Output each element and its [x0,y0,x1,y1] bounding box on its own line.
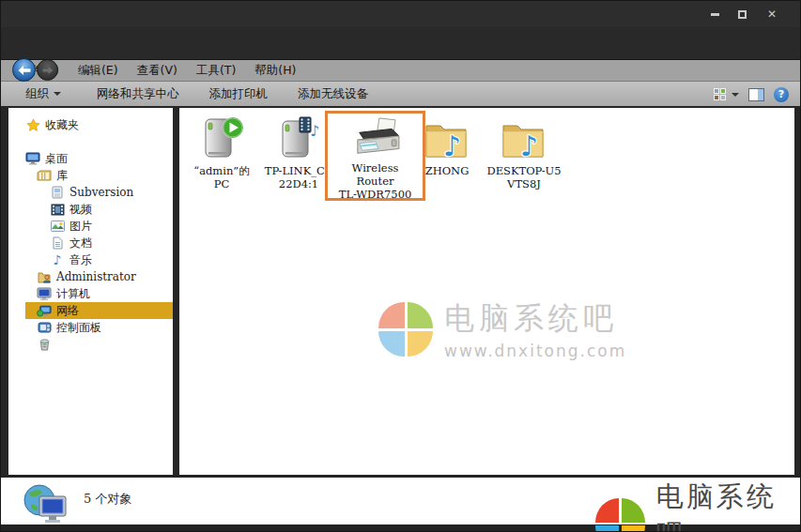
sidebar-item-favorites[interactable]: 收藏夹 [8,116,173,133]
views-icon [714,88,726,100]
chevron-down-icon [732,93,739,97]
sidebar-item-label: 桌面 [45,151,68,167]
star-icon [25,117,40,132]
sidebar-item-label: 图片 [69,219,92,235]
item-label: ZHONG [408,164,486,177]
network-icon [37,303,52,318]
sidebar-item-videos[interactable]: 视频 [8,201,173,218]
sidebar-item-subversion[interactable]: Subversion [8,184,173,201]
maximize-icon [738,10,747,19]
minimize-button[interactable] [702,8,727,21]
close-button[interactable]: ✕ [760,8,784,21]
network-status-icon [22,482,69,525]
close-icon: ✕ [767,9,777,19]
sidebar-item-label: 库 [56,168,68,184]
videos-icon [50,202,65,217]
music-folder-icon: ♪ [408,114,486,162]
help-button[interactable]: ? [774,87,789,102]
menu-bar: 文件(F) 编辑(E) 查看(V) 工具(T) 帮助(H) [1,59,801,81]
sidebar-item-pictures[interactable]: 图片 [8,218,173,235]
network-sharing-center-button[interactable]: 网络和共享中心 [97,86,179,102]
chevron-down-icon [54,92,61,96]
sidebar-item-libraries[interactable]: 库 [8,167,173,184]
music-folder-icon: ♪ [485,114,563,162]
minimize-icon [711,13,719,16]
menu-tools[interactable]: 工具(T) [191,63,249,79]
window-bottom-edge [1,524,801,532]
pictures-icon [50,219,65,234]
sidebar-item-documents[interactable]: 文档 [8,235,173,251]
command-toolbar: 组织 网络和共享中心 添加打印机 添加无线设备 ? [1,81,801,106]
documents-icon [50,236,65,251]
organize-button[interactable]: 组织 [25,86,61,102]
recycle-bin-icon [37,337,52,352]
sidebar-item-label: Administrator [56,270,136,283]
views-button[interactable] [714,88,739,100]
watermark-center: 电脑系统吧 www.dnxitong.com [378,298,626,360]
pane-divider[interactable] [173,106,179,475]
sidebar-item-administrator[interactable]: Administrator [8,268,173,285]
sidebar-item-control-panel[interactable]: 控制面板 [8,319,173,336]
preview-pane-icon [758,89,763,100]
forward-button[interactable] [37,59,58,81]
svg-text:♪: ♪ [520,129,538,162]
library-folder-icon [50,185,65,200]
preview-pane-button[interactable] [748,88,764,101]
forward-arrow-icon [41,66,54,74]
sidebar-spacer [8,133,173,150]
control-panel-icon [37,320,52,335]
back-arrow-icon [17,65,31,75]
sidebar-item-label: 音乐 [69,252,92,268]
navigation-pane[interactable]: 收藏夹 桌面 库 Subversion [8,108,173,475]
back-button[interactable] [12,58,36,82]
dnxitong-logo-icon [378,302,433,357]
sidebar-item-computer[interactable]: 计算机 [8,285,173,302]
status-bar: 5 个对象 [1,475,801,524]
computer-icon [37,286,52,301]
organize-label: 组织 [25,86,49,102]
svg-text:♪: ♪ [310,122,319,140]
libraries-icon [37,168,52,183]
sidebar-item-label: 网络 [56,303,79,319]
sidebar-item-label: 收藏夹 [45,117,79,133]
file-list-pane[interactable]: 电脑系统吧 www.dnxitong.com [179,108,794,475]
network-item-desktop-u5vts8j[interactable]: ♪ DESKTOP-U5 VTS8J [485,114,563,190]
desktop-icon [25,151,40,166]
address-bar: 网络 [1,27,801,59]
item-label: “admin”的 PC [182,164,261,190]
sidebar-item-label: 视频 [69,202,92,218]
content-area: 收藏夹 桌面 库 Subversion [1,106,801,475]
svg-text:♪: ♪ [443,129,461,162]
add-printer-button[interactable]: 添加打印机 [209,86,269,102]
watermark-url: www.dnxitong.com [444,342,626,360]
sidebar-item-desktop[interactable]: 桌面 [8,150,173,167]
menu-help[interactable]: 帮助(H) [249,63,309,79]
user-folder-icon [37,269,52,284]
sidebar-item-music[interactable]: ♪ 音乐 [8,251,173,268]
titlebar[interactable]: ✕ [1,1,801,27]
item-label: DESKTOP-U5 VTS8J [485,164,563,190]
add-wireless-device-button[interactable]: 添加无线设备 [298,86,368,102]
explorer-window: ✕ 网络 [0,0,801,532]
sidebar-item-label: 控制面板 [56,320,101,336]
item-count: 5 个对象 [84,491,131,508]
menu-edit[interactable]: 编辑(E) [72,63,131,79]
media-device-icon [182,114,261,162]
sidebar-item-label: Subversion [69,186,133,199]
sidebar-item-recycle-bin[interactable] [8,336,173,353]
sidebar-item-label: 文档 [69,236,92,251]
network-item-zhong[interactable]: ♪ ZHONG [408,114,486,177]
sidebar-item-label: 计算机 [56,286,90,302]
music-note-icon: ♪ [50,252,65,267]
network-item-admin-pc[interactable]: “admin”的 PC [182,114,261,190]
watermark-title: 电脑系统吧 [444,298,626,340]
maximize-button[interactable] [730,8,754,21]
menu-view[interactable]: 查看(V) [131,63,191,79]
sidebar-item-network[interactable]: 网络 [25,302,173,319]
